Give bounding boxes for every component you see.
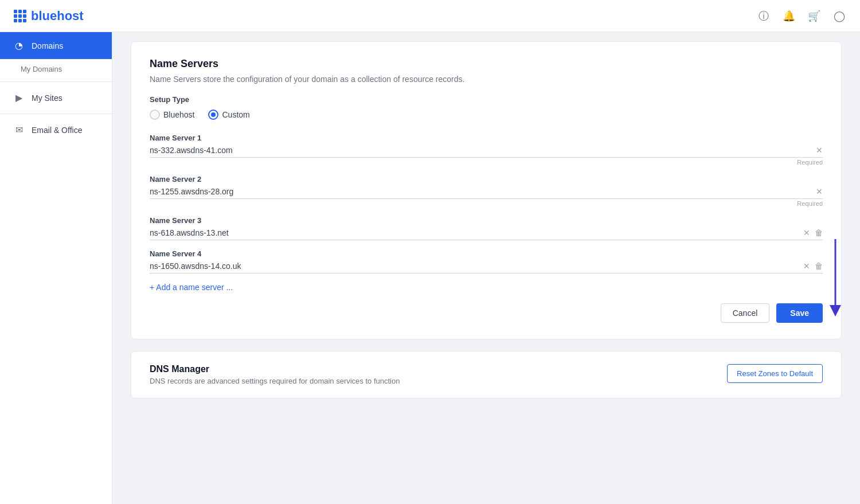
ns-label-2: Name Server 2: [150, 175, 823, 183]
sidebar-divider: [0, 81, 112, 82]
ns-input-row-2: ✕: [150, 187, 823, 199]
sidebar-item-my-sites[interactable]: ▶ My Sites: [0, 84, 112, 111]
ns-input-1[interactable]: [150, 146, 811, 155]
save-button[interactable]: Save: [776, 303, 823, 323]
sidebar: ◔ Domains My Domains ▶ My Sites ✉ Email …: [0, 32, 112, 504]
radio-bluehost-circle: [150, 110, 160, 120]
logo-grid-icon: [14, 10, 26, 22]
ns-delete-icon-4[interactable]: 🗑: [815, 261, 823, 271]
radio-custom-label: Custom: [222, 110, 249, 119]
main-content: Name Servers Name Servers store the conf…: [112, 32, 860, 504]
header-icons: ⓘ 🔔 🛒 ◯: [757, 9, 846, 23]
profile-icon[interactable]: ◯: [832, 9, 846, 23]
ns-hint-1: Required: [150, 159, 823, 166]
logo: bluehost: [14, 9, 757, 24]
sidebar-item-domains[interactable]: ◔ Domains: [0, 32, 112, 59]
logo-text: bluehost: [31, 9, 84, 24]
cancel-button[interactable]: Cancel: [721, 303, 770, 323]
nameserver-field-1: Name Server 1 ✕ Required: [150, 134, 823, 166]
radio-bluehost-label: Bluehost: [163, 110, 194, 119]
sidebar-divider-2: [0, 114, 112, 114]
sidebar-my-sites-label: My Sites: [32, 93, 62, 103]
domains-icon: ◔: [13, 40, 25, 51]
ns-label-4: Name Server 4: [150, 249, 823, 258]
wordpress-icon: ▶: [13, 92, 25, 103]
arrow-annotation: [824, 239, 847, 322]
dns-manager-card: DNS Manager DNS records are advanced set…: [131, 351, 842, 398]
ns-input-row-1: ✕: [150, 146, 823, 158]
ns-delete-icon-3[interactable]: 🗑: [815, 228, 823, 237]
dns-info: DNS Manager DNS records are advanced set…: [150, 364, 400, 385]
ns-clear-icon-4[interactable]: ✕: [803, 261, 810, 271]
add-server-label: + Add a name server ...: [150, 283, 233, 292]
ns-input-3[interactable]: [150, 228, 799, 237]
sidebar-item-my-domains[interactable]: My Domains: [0, 59, 112, 79]
email-icon: ✉: [13, 124, 25, 135]
card-actions: Cancel Save: [150, 303, 823, 323]
nameservers-card: Name Servers Name Servers store the conf…: [131, 41, 842, 339]
sidebar-item-email-office[interactable]: ✉ Email & Office: [0, 116, 112, 143]
nameserver-field-2: Name Server 2 ✕ Required: [150, 175, 823, 207]
ns-input-row-4: ✕ 🗑: [150, 261, 823, 274]
ns-input-2[interactable]: [150, 187, 811, 196]
ns-label-1: Name Server 1: [150, 134, 823, 142]
ns-clear-icon-1[interactable]: ✕: [816, 146, 823, 155]
add-name-server-link[interactable]: + Add a name server ...: [150, 283, 823, 292]
ns-input-row-3: ✕ 🗑: [150, 228, 823, 240]
ns-clear-icon-3[interactable]: ✕: [803, 228, 810, 237]
dns-manager-description: DNS records are advanced settings requir…: [150, 377, 400, 385]
header: bluehost ⓘ 🔔 🛒 ◯: [0, 0, 860, 32]
reset-zones-button[interactable]: Reset Zones to Default: [727, 364, 823, 383]
setup-type-label: Setup Type: [150, 95, 823, 104]
notification-icon[interactable]: 🔔: [782, 9, 796, 23]
layout: ◔ Domains My Domains ▶ My Sites ✉ Email …: [0, 32, 860, 504]
card-description: Name Servers store the configuration of …: [150, 75, 823, 84]
help-icon[interactable]: ⓘ: [757, 9, 771, 23]
cart-icon[interactable]: 🛒: [807, 9, 821, 23]
dns-manager-title: DNS Manager: [150, 364, 400, 374]
radio-bluehost[interactable]: Bluehost: [150, 110, 194, 120]
sidebar-domains-label: Domains: [32, 41, 63, 50]
card-title: Name Servers: [150, 58, 823, 70]
ns-clear-icon-2[interactable]: ✕: [816, 187, 823, 196]
ns-hint-2: Required: [150, 200, 823, 207]
radio-custom-circle: [208, 110, 218, 120]
radio-group: Bluehost Custom: [150, 110, 823, 120]
svg-marker-1: [830, 305, 841, 317]
sidebar-email-office-label: Email & Office: [32, 126, 82, 135]
radio-custom[interactable]: Custom: [208, 110, 249, 120]
nameserver-field-4: Name Server 4 ✕ 🗑: [150, 249, 823, 274]
ns-label-3: Name Server 3: [150, 216, 823, 225]
ns-input-4[interactable]: [150, 261, 799, 271]
nameserver-field-3: Name Server 3 ✕ 🗑: [150, 216, 823, 240]
